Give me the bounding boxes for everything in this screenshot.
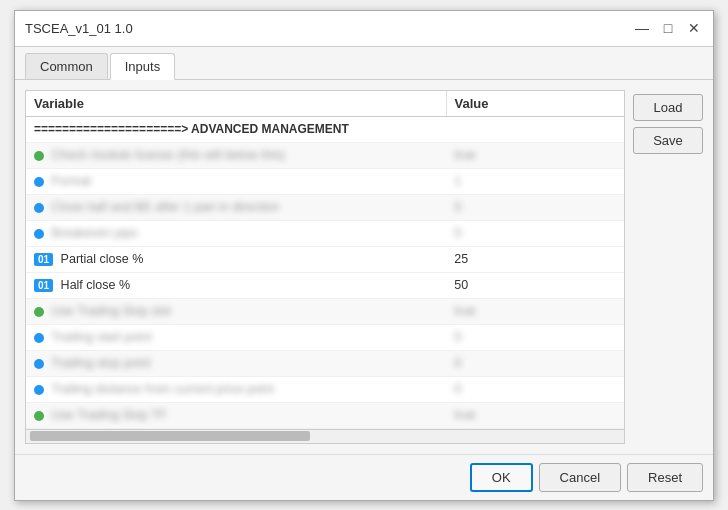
blue-dot-icon: [34, 333, 44, 343]
blue-dot-icon: [34, 177, 44, 187]
title-bar: TSCEA_v1_01 1.0 — □ ✕: [15, 11, 713, 47]
window-controls: — □ ✕: [633, 19, 703, 37]
table-row[interactable]: Use Trading Stop slot true: [26, 299, 624, 325]
row-value: true: [446, 301, 624, 321]
cancel-button[interactable]: Cancel: [539, 463, 621, 492]
table-row[interactable]: Trading start point 0: [26, 325, 624, 351]
tab-inputs[interactable]: Inputs: [110, 53, 175, 80]
tab-common[interactable]: Common: [25, 53, 108, 79]
row-variable: Format: [26, 171, 446, 191]
load-button[interactable]: Load: [633, 94, 703, 121]
table-header: Variable Value: [26, 91, 624, 117]
row-variable: Trading stop point: [26, 353, 446, 373]
table-row[interactable]: Check module license (this will below th…: [26, 143, 624, 169]
col-variable-header: Variable: [26, 91, 447, 116]
tab-bar: Common Inputs: [15, 47, 713, 80]
badge-01: 01: [34, 279, 53, 292]
row-variable: Trailing distance from current price poi…: [26, 379, 446, 399]
blue-dot-icon: [34, 229, 44, 239]
row-variable: 01 Partial close %: [26, 249, 446, 269]
table-row[interactable]: Breakeven pips 0: [26, 221, 624, 247]
row-value: 0: [446, 379, 624, 399]
row-value: 0: [446, 223, 624, 243]
green-dot-icon: [34, 151, 44, 161]
table-row[interactable]: Close half and BE after 1 part in direct…: [26, 195, 624, 221]
variable-table: Variable Value =====================> AD…: [25, 90, 625, 444]
minimize-button[interactable]: —: [633, 19, 651, 37]
col-value-header: Value: [447, 91, 624, 116]
row-value: 0: [446, 327, 624, 347]
ok-button[interactable]: OK: [470, 463, 533, 492]
close-button[interactable]: ✕: [685, 19, 703, 37]
content-area: Variable Value =====================> AD…: [15, 80, 713, 454]
row-variable: Use Trading Stop slot: [26, 301, 446, 321]
reset-button[interactable]: Reset: [627, 463, 703, 492]
table-row[interactable]: Format 1: [26, 169, 624, 195]
table-row[interactable]: 01 Partial close % 25: [26, 247, 624, 273]
green-dot-icon: [34, 411, 44, 421]
green-dot-icon: [34, 307, 44, 317]
section-label: =====================> ADVANCED MANAGEME…: [26, 119, 624, 139]
row-value: true: [446, 145, 624, 165]
maximize-button[interactable]: □: [659, 19, 677, 37]
horizontal-scrollbar[interactable]: [26, 429, 624, 443]
main-window: TSCEA_v1_01 1.0 — □ ✕ Common Inputs Vari…: [14, 10, 714, 501]
row-variable: Breakeven pips: [26, 223, 446, 243]
row-variable: Close half and BE after 1 part in direct…: [26, 197, 446, 217]
table-body: =====================> ADVANCED MANAGEME…: [26, 117, 624, 429]
badge-01: 01: [34, 253, 53, 266]
table-row[interactable]: Trading stop point 0: [26, 351, 624, 377]
row-variable: Use Trading Stop TF: [26, 405, 446, 425]
scrollbar-thumb[interactable]: [30, 431, 310, 441]
row-value: 50: [446, 275, 624, 295]
row-value: 25: [446, 249, 624, 269]
row-variable: 01 Half close %: [26, 275, 446, 295]
table-row[interactable]: 01 Half close % 50: [26, 273, 624, 299]
row-value: 1: [446, 171, 624, 191]
save-button[interactable]: Save: [633, 127, 703, 154]
blue-dot-icon: [34, 385, 44, 395]
row-value: true: [446, 405, 624, 425]
row-variable: Trading start point: [26, 327, 446, 347]
row-variable: Check module license (this will below th…: [26, 145, 446, 165]
side-buttons: Load Save: [633, 90, 703, 444]
blue-dot-icon: [34, 203, 44, 213]
table-row[interactable]: Trailing distance from current price poi…: [26, 377, 624, 403]
row-value: 0: [446, 197, 624, 217]
table-row[interactable]: Use Trading Stop TF true: [26, 403, 624, 429]
footer: OK Cancel Reset: [15, 454, 713, 500]
section-row: =====================> ADVANCED MANAGEME…: [26, 117, 624, 143]
row-value: 0: [446, 353, 624, 373]
window-title: TSCEA_v1_01 1.0: [25, 21, 133, 36]
blue-dot-icon: [34, 359, 44, 369]
